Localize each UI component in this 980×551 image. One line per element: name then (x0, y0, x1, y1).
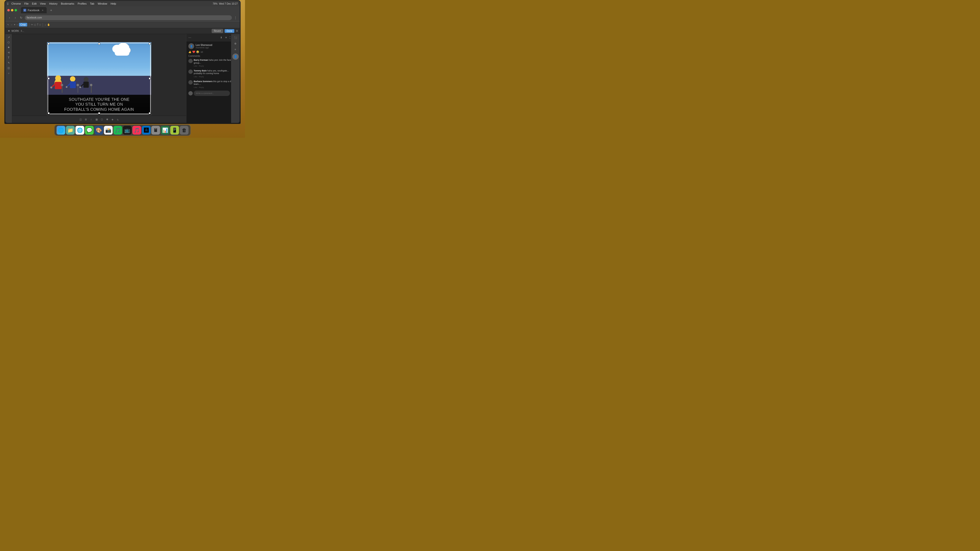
dock-icon-photos[interactable]: 📸 (104, 126, 113, 135)
comment-item-1: Barry Forman haha yes! Join the facebook… (188, 59, 238, 68)
ps-tool-crop-active[interactable]: Crop (19, 23, 27, 27)
refresh-button[interactable]: ↻ (19, 16, 23, 20)
tab-close-button[interactable]: × (41, 8, 44, 12)
dock-icon-finder[interactable]: 🌐 (57, 126, 65, 135)
bottom-tool-6[interactable]: ✱ (105, 118, 110, 122)
menu-help[interactable]: Help (111, 2, 116, 5)
ps-left-tool-3[interactable]: ✚ (6, 45, 11, 49)
menu-history[interactable]: History (49, 2, 57, 5)
svg-point-8 (66, 86, 68, 88)
dock-icon-excel[interactable]: 📊 (161, 126, 170, 135)
ps-tool-shapes[interactable]: □ (39, 23, 41, 26)
ps-tool-zoom[interactable]: ⌕ (45, 23, 46, 26)
ps-left-tool-6[interactable]: ✎ (6, 60, 11, 65)
ps-tools-sidebar: ↗ ⬡ ✚ ⟲ T ✎ ◫ ⌕ (5, 34, 12, 123)
meme-text-line1: SOUTHGATE YOU'RE THE ONE (49, 97, 149, 102)
svg-rect-6 (70, 81, 76, 88)
ps-filename: 4... (21, 30, 24, 32)
bottom-tool-3[interactable]: ↕ (89, 118, 93, 122)
bottom-tool-2[interactable]: ⊞ (84, 118, 88, 122)
dock-icon-calculator[interactable]: 🖩 (151, 126, 160, 135)
macos-status-bar: 78% Wed 7 Dec 10:27 (213, 2, 238, 5)
bottom-tool-1[interactable]: ◫ (78, 118, 83, 122)
dock-icon-messages[interactable]: 💬 (85, 126, 94, 135)
svg-rect-13 (62, 86, 62, 93)
address-bar[interactable]: facebook.com (25, 15, 232, 20)
comment-item-3: Barbara Sommers this got to stop a decen… (188, 80, 238, 89)
menu-file[interactable]: File (24, 2, 29, 5)
svg-point-12 (80, 86, 81, 88)
meme-image-container: SOUTHGATE YOU'RE THE ONE YOU STILL TURN … (47, 42, 151, 115)
ps-settings-icon[interactable]: ⚙ (236, 29, 238, 33)
ps-tool-lasso[interactable]: ○ (16, 23, 18, 26)
simpsons-characters (48, 72, 116, 95)
svg-rect-15 (78, 86, 78, 93)
dock-icon-folder[interactable]: 📁 (66, 126, 75, 135)
tab-label: Facebook (28, 9, 39, 12)
dock-icon-trash[interactable]: 🗑 (180, 126, 189, 135)
menu-chrome[interactable]: Chrome (11, 2, 21, 5)
meme-text-line3: FOOTBALL'S COMING HOME AGAIN (49, 107, 149, 112)
ps-left-tool-5[interactable]: T (6, 56, 11, 60)
forward-button[interactable]: › (13, 16, 18, 20)
dock-icon-chrome[interactable]: 🌐 (76, 126, 84, 135)
ps-tool-type[interactable]: T (37, 23, 38, 26)
bottom-tool-8[interactable]: ⊾ (116, 118, 120, 122)
dock-icon-android[interactable]: 📱 (170, 126, 179, 135)
macos-menu-items: Chrome File Edit View History Bookmarks … (11, 2, 116, 5)
dock-icon-spotify[interactable]: 🎵 (113, 126, 122, 135)
revert-button[interactable]: Revert (212, 29, 223, 33)
svg-line-3 (52, 84, 55, 87)
mac-dock: 🌐 📁 🌐 💬 🎨 📸 🎵 📺 🎵 🅰 🖩 📊 📱 🗑 (54, 125, 191, 136)
ps-tool-arrow[interactable]: → (10, 23, 13, 26)
ps-left-tool-7[interactable]: ◫ (6, 65, 11, 70)
menu-tab[interactable]: Tab (90, 2, 94, 5)
menu-edit[interactable]: Edit (32, 2, 37, 5)
haha-icon: 😂 (196, 51, 199, 53)
comment2-avatar (188, 70, 193, 74)
ps-right-tool-3[interactable]: ≡ (232, 47, 239, 52)
panel-save-icon[interactable]: ⬇ (219, 36, 223, 40)
ps-tool-select[interactable]: ↖ (7, 23, 9, 26)
dock-icon-appstore[interactable]: 🅰 (142, 126, 151, 135)
macos-menubar:  Chrome File Edit View History Bookmark… (5, 1, 240, 6)
ps-tool-hand[interactable]: ✋ (47, 23, 50, 26)
chrome-tab-facebook[interactable]: f Facebook × (21, 7, 47, 13)
svg-rect-2 (55, 82, 62, 89)
ps-left-tool-2[interactable]: ⬡ (6, 40, 11, 44)
dock-icon-photoshop[interactable]: 🎨 (95, 126, 103, 135)
svg-rect-17 (91, 86, 92, 93)
back-button[interactable]: ‹ (7, 16, 12, 20)
extensions-button[interactable]: ⋮ (233, 16, 238, 20)
dock-icon-music[interactable]: 🎵 (132, 126, 141, 135)
ps-close-button[interactable]: ✕ (7, 29, 11, 33)
ps-left-tool-4[interactable]: ⟲ (6, 50, 11, 55)
ps-right-tool-1[interactable]: ⬛ (232, 35, 239, 40)
bottom-tool-7[interactable]: ◈ (110, 118, 115, 122)
menu-bookmarks[interactable]: Bookmarks (61, 2, 74, 5)
fullscreen-window-button[interactable] (14, 9, 17, 11)
comment1-avatar (188, 59, 193, 63)
bottom-tool-5[interactable]: ⬡ (100, 118, 104, 122)
done-button[interactable]: Done (224, 29, 234, 33)
dock-icon-tv[interactable]: 📺 (123, 126, 132, 135)
menu-profiles[interactable]: Profiles (78, 2, 87, 5)
svg-point-16 (76, 84, 79, 86)
ps-left-tool-1[interactable]: ↗ (6, 35, 11, 39)
panel-close-icon[interactable]: ✕ (224, 36, 228, 40)
ps-tool-wand[interactable]: ✦ (14, 23, 16, 26)
panel-dots-icon[interactable]: ⋯ (188, 36, 191, 39)
ps-tool-eraser[interactable]: ◻ (34, 23, 36, 26)
menu-view[interactable]: View (40, 2, 46, 5)
close-window-button[interactable] (7, 9, 10, 11)
bottom-tool-4[interactable]: ▦ (94, 118, 99, 122)
ps-tool-brush[interactable]: ✏ (31, 23, 33, 26)
minimize-window-button[interactable] (11, 9, 13, 11)
comment-input[interactable]: Write a comment... (194, 91, 230, 96)
comment-item-2: Tommy Bain haha yes, southgate... probab… (188, 70, 238, 78)
ps-left-tool-8[interactable]: ⌕ (6, 71, 11, 75)
new-tab-button[interactable]: + (49, 8, 54, 13)
menu-window[interactable]: Window (98, 2, 107, 5)
ps-right-tool-2[interactable]: ⚙ (232, 41, 239, 46)
url-text: facebook.com (27, 16, 42, 19)
